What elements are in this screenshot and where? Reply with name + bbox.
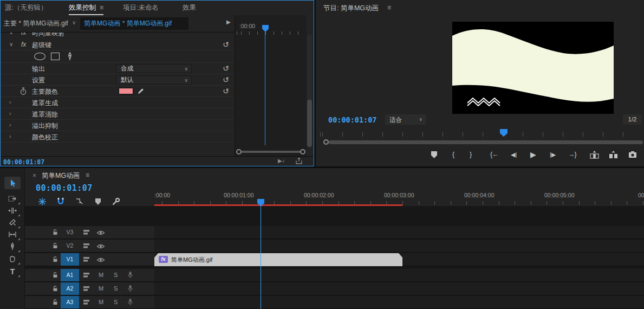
output-select[interactable]: 合成 ∨ bbox=[116, 64, 192, 73]
tab-source-monitor[interactable]: 源:（无剪辑） bbox=[5, 1, 47, 15]
export-frame-camera-button[interactable] bbox=[628, 151, 637, 158]
solo-button[interactable]: S bbox=[114, 285, 118, 292]
close-panel-icon[interactable]: × bbox=[32, 172, 36, 179]
track-visibility-eye-icon[interactable] bbox=[96, 257, 105, 263]
expander-icon[interactable]: ∨ bbox=[9, 41, 13, 47]
expander-icon[interactable]: › bbox=[9, 133, 11, 139]
program-hscrollbar[interactable] bbox=[329, 140, 643, 144]
track-lock-icon[interactable] bbox=[52, 242, 58, 249]
panel-menu-icon[interactable]: ≡ bbox=[387, 4, 391, 11]
track-lock-icon[interactable] bbox=[52, 272, 58, 279]
program-timecode[interactable]: 00:00:01:07 bbox=[328, 115, 376, 124]
reset-param-button[interactable]: ↺ bbox=[223, 87, 229, 95]
timeline-clip[interactable]: fx 简单MG动画.gif bbox=[154, 253, 402, 266]
timeline-settings-wrench-icon[interactable] bbox=[112, 197, 120, 206]
pen-tool[interactable] bbox=[4, 240, 21, 253]
mini-hscrollbar[interactable] bbox=[240, 151, 301, 153]
mark-out-button[interactable]: } bbox=[470, 149, 472, 160]
play-button[interactable]: ▶ bbox=[530, 149, 536, 160]
tab-project[interactable]: 项目:未命名 bbox=[123, 1, 159, 15]
voiceover-mic-icon[interactable] bbox=[127, 271, 134, 279]
timeline-timecode[interactable]: 00:00:01:07 bbox=[36, 183, 93, 193]
reset-param-button[interactable]: ↺ bbox=[223, 64, 229, 73]
voiceover-mic-icon[interactable] bbox=[127, 298, 134, 306]
audio-lane-a3[interactable] bbox=[154, 296, 644, 309]
mini-hscroll-right-handle[interactable] bbox=[300, 149, 305, 154]
group-row-color-correction[interactable]: › 颜色校正 bbox=[1, 131, 234, 143]
track-lock-icon[interactable] bbox=[52, 229, 58, 236]
ellipse-mask-icon[interactable] bbox=[34, 53, 45, 60]
fx-timecode[interactable]: 00:00:01:07 bbox=[3, 158, 44, 166]
sequence-tab[interactable]: 简单MG动画 bbox=[42, 171, 80, 181]
selection-tool[interactable] bbox=[4, 177, 21, 189]
chevron-down-icon[interactable]: ∨ bbox=[72, 20, 76, 25]
effect-row-time-remapping-clipped[interactable]: ∨ fx 时间重映射 bbox=[1, 33, 234, 39]
audio-lane-a2[interactable] bbox=[154, 282, 644, 295]
step-forward-button[interactable]: |▶ bbox=[550, 149, 556, 160]
color-swatch[interactable] bbox=[119, 88, 133, 94]
slip-tool[interactable] bbox=[4, 228, 21, 241]
tab-effects[interactable]: 效果 bbox=[183, 1, 196, 15]
mark-in-button[interactable]: { bbox=[452, 149, 454, 160]
track-select-forward-tool[interactable] bbox=[4, 192, 21, 205]
zoom-level-select[interactable]: 适合 ∨ bbox=[385, 114, 426, 125]
hand-tool[interactable] bbox=[4, 253, 21, 265]
sync-lock-icon[interactable] bbox=[83, 243, 90, 249]
type-tool[interactable]: T bbox=[4, 265, 21, 278]
expander-icon[interactable]: › bbox=[9, 122, 11, 128]
group-row-matte-generation[interactable]: › 遮罩生成 bbox=[1, 97, 234, 108]
stopwatch-keyframe-icon[interactable] bbox=[19, 87, 27, 95]
expander-icon[interactable]: › bbox=[9, 111, 11, 117]
linked-selection-icon[interactable] bbox=[75, 197, 84, 206]
add-marker-icon[interactable] bbox=[95, 198, 101, 205]
clip-fx-badge[interactable]: fx bbox=[159, 256, 168, 263]
nest-insert-toggle-icon[interactable] bbox=[38, 197, 47, 206]
ripple-edit-tool[interactable] bbox=[4, 204, 21, 217]
solo-button[interactable]: S bbox=[114, 272, 118, 278]
track-target-badge[interactable]: A3 bbox=[61, 296, 79, 308]
audio-lane-a1[interactable] bbox=[154, 269, 644, 282]
reset-param-button[interactable]: ↺ bbox=[223, 75, 229, 84]
panel-menu-icon[interactable]: ≡ bbox=[100, 4, 103, 11]
rectangle-mask-icon[interactable] bbox=[51, 53, 60, 60]
track-target-badge[interactable]: V3 bbox=[61, 226, 79, 239]
effect-row-ultra-key[interactable]: ∨ fx 超级键 ↺ bbox=[1, 39, 234, 50]
program-hscroll-handle[interactable] bbox=[323, 139, 329, 145]
track-visibility-eye-icon[interactable] bbox=[96, 243, 105, 249]
lift-button[interactable] bbox=[590, 151, 599, 159]
goto-out-button[interactable]: →} bbox=[568, 149, 576, 160]
snap-magnet-icon[interactable] bbox=[56, 197, 65, 206]
tab-effect-controls[interactable]: 效果控制≡ bbox=[69, 1, 103, 15]
step-back-button[interactable]: ◀| bbox=[511, 149, 517, 160]
export-frame-icon[interactable] bbox=[295, 157, 303, 165]
timeline-ruler[interactable]: :00:00 00:00:01:00 00:00:02:00 00:00:03:… bbox=[154, 190, 644, 206]
solo-button[interactable]: S bbox=[114, 299, 118, 305]
group-row-spill-suppression[interactable]: › 溢出抑制 bbox=[1, 120, 234, 131]
fx-vscrollbar-thumb[interactable] bbox=[307, 100, 312, 147]
goto-in-button[interactable]: {← bbox=[490, 149, 498, 160]
mute-button[interactable]: M bbox=[99, 299, 103, 305]
sync-lock-icon[interactable] bbox=[83, 256, 90, 262]
mute-button[interactable]: M bbox=[99, 272, 103, 278]
sequence-clip-label[interactable]: 简单MG动画 * 简单MG动画.gif bbox=[80, 17, 188, 30]
master-clip-label[interactable]: 主要 * 简单MG动画.gif bbox=[4, 19, 68, 28]
fx-badge-icon[interactable]: fx bbox=[21, 41, 26, 48]
setting-select[interactable]: 默认 ∨ bbox=[116, 75, 192, 85]
voiceover-mic-icon[interactable] bbox=[127, 285, 134, 293]
mini-hscroll-left-handle[interactable] bbox=[236, 149, 242, 154]
extract-button[interactable] bbox=[609, 151, 618, 159]
panel-menu-icon[interactable]: ≡ bbox=[86, 171, 89, 179]
track-lock-icon[interactable] bbox=[52, 256, 58, 263]
track-target-badge[interactable]: A1 bbox=[61, 269, 79, 281]
sync-lock-icon[interactable] bbox=[83, 272, 90, 278]
track-visibility-eye-icon[interactable] bbox=[96, 230, 105, 236]
expander-icon[interactable]: › bbox=[9, 99, 11, 105]
mute-button[interactable]: M bbox=[99, 285, 103, 292]
track-target-badge[interactable]: A2 bbox=[61, 282, 79, 295]
reset-effect-button[interactable]: ↺ bbox=[223, 40, 229, 49]
eyedropper-icon[interactable] bbox=[137, 87, 145, 95]
playback-resolution-select[interactable]: 1/2 bbox=[623, 114, 642, 125]
effect-controls-timeline[interactable]: :00:00 bbox=[235, 15, 307, 156]
group-row-matte-cleanup[interactable]: › 遮罩清除 bbox=[1, 108, 234, 120]
sync-lock-icon[interactable] bbox=[83, 229, 90, 235]
